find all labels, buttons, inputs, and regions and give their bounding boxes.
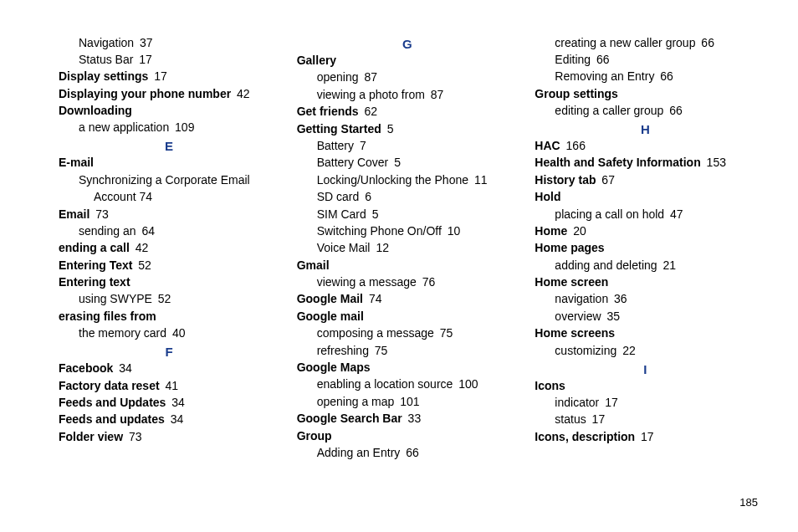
index-page-ref: 17 bbox=[139, 53, 152, 66]
section-letter: I bbox=[535, 362, 756, 376]
index-page-ref: 75 bbox=[440, 326, 453, 340]
index-subentry-label: Removing an Entry bbox=[555, 69, 654, 83]
index-entry: Group bbox=[297, 428, 519, 444]
index-page-ref: 87 bbox=[431, 88, 444, 101]
index-page-ref: 100 bbox=[458, 377, 478, 391]
index-entry: Gmail bbox=[297, 258, 519, 274]
index-entry: History tab 67 bbox=[535, 172, 756, 188]
index-entry-label: Google Search Bar bbox=[297, 412, 402, 425]
index-subentry-label: opening a map bbox=[317, 395, 395, 408]
index-subentry-label: the memory card bbox=[79, 326, 166, 340]
index-entry: Google Maps bbox=[297, 360, 519, 376]
index-subentry-label: enabling a location source bbox=[317, 377, 453, 391]
index-entry: Gallery bbox=[297, 53, 519, 69]
index-entry-label: ending a call bbox=[59, 241, 130, 254]
index-page-ref: 66 bbox=[660, 69, 673, 83]
index-subentry-label: using SWYPE bbox=[79, 292, 152, 305]
index-entry-label: Icons bbox=[535, 379, 565, 392]
index-subentry: opening 87 bbox=[317, 69, 519, 85]
index-entry-label: Downloading bbox=[59, 104, 132, 117]
index-entry: Displaying your phone number 42 bbox=[59, 86, 280, 102]
index-subentry: sending an 64 bbox=[79, 223, 280, 239]
index-entry-label: Gmail bbox=[297, 258, 330, 272]
index-subentry: composing a message 75 bbox=[317, 325, 519, 341]
index-entry-label: Email bbox=[59, 207, 90, 221]
index-subentry-label: editing a caller group bbox=[555, 104, 663, 117]
index-subentry-label: Adding an Entry bbox=[317, 446, 401, 459]
index-page-ref: 66 bbox=[701, 36, 714, 49]
index-subentry: Voice Mail 12 bbox=[317, 240, 519, 256]
index-entry-label: Health and Safety Information bbox=[535, 156, 700, 169]
index-subentry-label: SD card bbox=[317, 190, 360, 203]
index-entry: Home screen bbox=[535, 274, 756, 290]
index-entry: Entering text bbox=[59, 274, 280, 290]
index-entry-label: Google Maps bbox=[297, 361, 371, 374]
index-subentry-label: overview bbox=[555, 309, 601, 323]
index-entry-label: Feeds and Updates bbox=[59, 396, 166, 409]
index-entry-label: Folder view bbox=[59, 430, 123, 443]
index-subentry-label: refreshing bbox=[317, 344, 369, 357]
index-entry: Group settings bbox=[535, 86, 756, 102]
index-subentry: viewing a photo from 87 bbox=[317, 87, 519, 103]
index-page-ref: 66 bbox=[596, 53, 610, 66]
index-entry-label: Home pages bbox=[535, 241, 604, 254]
index-page-ref: 76 bbox=[422, 275, 436, 289]
index-page-ref: 20 bbox=[573, 224, 586, 238]
index-subentry: indicator 17 bbox=[555, 395, 756, 411]
index-page: Navigation 37Status Bar 17Display settin… bbox=[0, 0, 798, 462]
index-entry-label: Entering Text bbox=[59, 258, 132, 272]
index-page-ref: 52 bbox=[138, 258, 151, 272]
index-entry-label: Home screen bbox=[535, 275, 608, 289]
index-subentry-label: Status Bar bbox=[79, 53, 133, 66]
index-entry-label: Feeds and updates bbox=[59, 412, 165, 426]
index-entry: Getting Started 5 bbox=[297, 121, 519, 137]
index-subentry-label: Account bbox=[94, 190, 136, 203]
index-page-ref: 64 bbox=[141, 224, 155, 238]
index-subentry: opening a map 101 bbox=[317, 394, 519, 410]
index-entry-label: Getting Started bbox=[297, 122, 381, 136]
index-entry: Display settings 17 bbox=[59, 69, 280, 84]
index-page-ref: 37 bbox=[140, 36, 153, 49]
index-page-ref: 11 bbox=[474, 173, 488, 187]
index-page-ref: 62 bbox=[364, 105, 377, 118]
index-page-ref: 33 bbox=[408, 412, 422, 425]
index-subentry: creating a new caller group 66 bbox=[555, 35, 756, 51]
index-subentry-label: Locking/Unlocking the Phone bbox=[317, 173, 468, 187]
index-entry: ending a call 42 bbox=[59, 240, 280, 256]
index-entry: Downloading bbox=[59, 103, 280, 119]
index-entry-label: Gallery bbox=[297, 54, 336, 67]
index-page-ref: 10 bbox=[448, 224, 461, 238]
index-page-ref: 17 bbox=[641, 430, 654, 443]
index-subentry: Removing an Entry 66 bbox=[555, 69, 756, 84]
index-subentry: enabling a location source 100 bbox=[317, 376, 519, 392]
index-page-ref: 87 bbox=[364, 70, 377, 84]
index-entry: Home screens bbox=[535, 325, 756, 341]
index-subentry-label: composing a message bbox=[317, 326, 434, 340]
index-entry-label: Facebook bbox=[59, 361, 113, 375]
index-page-ref: 42 bbox=[237, 87, 250, 100]
index-page-ref: 153 bbox=[707, 156, 726, 169]
index-entry: Google mail bbox=[297, 309, 519, 325]
index-subentry: status 17 bbox=[555, 412, 756, 427]
index-subentry-label: Voice Mail bbox=[317, 241, 371, 254]
index-entry: Hold bbox=[535, 189, 756, 205]
index-subentry-label: status bbox=[555, 412, 586, 426]
index-subentry: navigation 36 bbox=[555, 291, 756, 307]
index-page-ref: 75 bbox=[375, 344, 388, 357]
index-entry: Home pages bbox=[535, 240, 756, 256]
index-page-ref: 101 bbox=[400, 395, 419, 408]
index-page-ref: 74 bbox=[369, 292, 382, 305]
section-letter: E bbox=[59, 139, 280, 153]
index-entry: Email 73 bbox=[59, 207, 280, 223]
index-entry-label: Group settings bbox=[535, 87, 618, 100]
index-subentry: Navigation 37 bbox=[79, 35, 280, 51]
index-page-ref: 36 bbox=[614, 292, 627, 305]
index-page-ref: 52 bbox=[158, 292, 171, 305]
index-page-ref: 6 bbox=[365, 190, 371, 203]
index-entry: Google Mail 74 bbox=[297, 291, 519, 307]
index-page-ref: 66 bbox=[406, 446, 419, 459]
index-entry-label: erasing files from bbox=[59, 309, 156, 323]
index-entry: Folder view 73 bbox=[59, 429, 280, 445]
index-entry: Factory data reset 41 bbox=[59, 378, 280, 394]
index-page-ref: 5 bbox=[394, 156, 401, 169]
